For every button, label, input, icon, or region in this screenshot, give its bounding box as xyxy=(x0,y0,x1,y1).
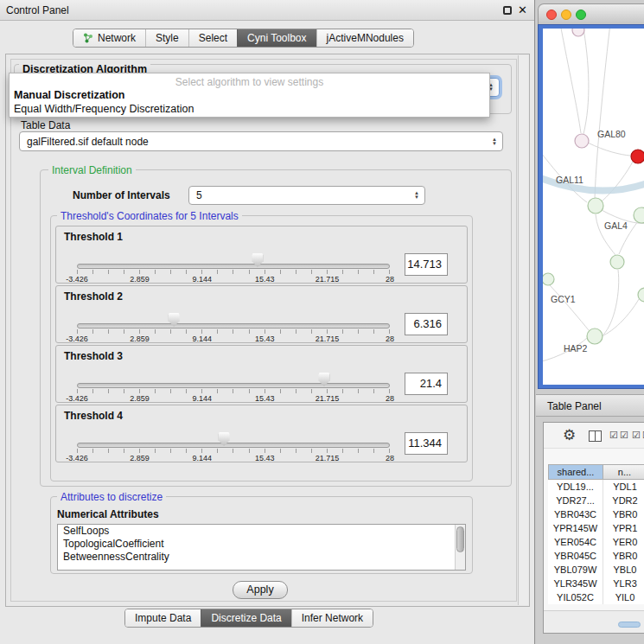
threshold-panel: Threshold 2 -3.4262.8599.14415.4321.7152… xyxy=(55,285,468,343)
threshold-slider[interactable]: -3.4262.8599.14415.4321.71528 xyxy=(77,309,390,343)
dropdown-option-manual-discretization[interactable]: Manual Discretization xyxy=(14,89,125,101)
scale-label: 21.715 xyxy=(316,394,340,403)
number-of-intervals-combobox[interactable]: 5 ▲▼ xyxy=(188,186,425,205)
tab-infer-network[interactable]: Infer Network xyxy=(291,609,373,627)
attribute-list-item[interactable]: SelfLoops xyxy=(58,525,465,538)
network-edge xyxy=(560,29,581,133)
deselect-checkbox-icon[interactable]: ☑ xyxy=(632,430,641,441)
list-scrollbar-thumb[interactable] xyxy=(456,526,464,552)
network-node-label: GAL11 xyxy=(556,175,583,185)
tab-select[interactable]: Select xyxy=(188,29,237,47)
threshold-slider[interactable]: -3.4262.8599.14415.4321.71528 xyxy=(77,428,390,462)
network-node[interactable] xyxy=(588,198,603,214)
table-row[interactable]: YIL052CYIL0 xyxy=(548,590,644,604)
scale-label: -3.426 xyxy=(66,275,88,284)
table-row[interactable]: YDR27...YDR2 xyxy=(548,494,644,507)
attribute-list-item[interactable]: TopologicalCoefficient xyxy=(58,538,465,551)
slider-track[interactable] xyxy=(77,264,390,269)
horizontal-scrollbar-thumb[interactable] xyxy=(618,622,641,628)
scale-label: 21.715 xyxy=(316,335,340,343)
network-node-label: HAP2 xyxy=(564,343,588,354)
float-window-icon[interactable] xyxy=(503,6,512,15)
zoom-traffic-light-icon[interactable] xyxy=(576,10,586,20)
network-node[interactable] xyxy=(587,328,603,344)
column-header-name[interactable]: n... xyxy=(603,464,644,480)
combo-stepper-icon: ▲▼ xyxy=(492,137,497,146)
tab-impute-data[interactable]: Impute Data xyxy=(125,609,201,627)
table-row[interactable]: YBL079WYBL0 xyxy=(548,563,644,577)
select-all-checkbox-icon[interactable]: ☑ xyxy=(620,430,628,441)
network-node[interactable] xyxy=(634,207,644,223)
tab-label: Impute Data xyxy=(135,612,191,624)
attribute-list-item[interactable]: BetweennessCentrality xyxy=(58,551,465,564)
threshold-value-field[interactable]: 14.713 xyxy=(405,253,448,276)
table-header-row: shared... n... xyxy=(548,464,644,480)
network-edge xyxy=(550,285,589,330)
scale-label: 9.144 xyxy=(193,454,213,462)
table-row[interactable]: YBR043CYBR0 xyxy=(548,507,644,521)
tab-style[interactable]: Style xyxy=(145,29,188,47)
numerical-attributes-label: Numerical Attributes xyxy=(57,508,159,520)
tab-network[interactable]: Network xyxy=(73,29,145,47)
list-scrollbar[interactable] xyxy=(455,525,465,570)
network-node[interactable] xyxy=(575,134,589,148)
table-row[interactable]: YDL19...YDL1 xyxy=(548,480,644,494)
network-canvas[interactable]: GAL80GAL11GAL4GCY1HAP2 xyxy=(543,29,644,385)
vertical-scrollbar[interactable] xyxy=(518,55,528,605)
tab-cyni-toolbox[interactable]: Cyni Toolbox xyxy=(237,29,316,47)
columns-icon[interactable] xyxy=(589,430,602,442)
table-panel-header[interactable]: Table Panel xyxy=(536,394,644,417)
table-row[interactable]: YBR045CYBR0 xyxy=(548,549,644,563)
slider-track[interactable] xyxy=(77,323,390,328)
network-node-highlighted[interactable] xyxy=(631,150,644,163)
threshold-value-field[interactable]: 21.4 xyxy=(405,373,448,395)
network-window-titlebar[interactable] xyxy=(538,3,644,24)
slider-track[interactable] xyxy=(77,443,390,448)
scale-label: 9.144 xyxy=(193,335,213,343)
network-node[interactable] xyxy=(610,255,624,269)
close-traffic-light-icon[interactable] xyxy=(546,10,557,20)
table-row[interactable]: YPR145WYPR1 xyxy=(548,521,644,535)
node-table: shared... n... YDL19...YDL1YDR27...YDR2Y… xyxy=(548,464,644,604)
control-panel-titlebar[interactable]: Control Panel ✕ xyxy=(0,0,534,21)
tab-label: Network xyxy=(98,32,136,44)
slider-ticks xyxy=(77,270,390,274)
network-node[interactable] xyxy=(572,29,584,36)
apply-button[interactable]: Apply xyxy=(233,581,288,599)
network-node-label: GAL4 xyxy=(604,220,628,231)
table-toolbar: ⚙ ☑ ☑ ☑ ☑ xyxy=(544,423,644,449)
threshold-slider[interactable]: -3.4262.8599.14415.4321.71528 xyxy=(77,368,390,403)
network-edge xyxy=(583,29,589,134)
numerical-attributes-list[interactable]: SelfLoopsTopologicalCoefficientBetweenne… xyxy=(57,524,466,571)
table-panel-window: ⚙ ☑ ☑ ☑ ☑ shared... n... YDL19...YDL1YDR… xyxy=(543,422,644,634)
table-row[interactable]: YER054CYER0 xyxy=(548,535,644,549)
scale-label: -3.426 xyxy=(66,394,88,403)
table-cell-name: YDR2 xyxy=(603,494,644,507)
interval-definition-title: Interval Definition xyxy=(48,164,136,176)
tab-jactivemnodules[interactable]: jActiveMNodules xyxy=(316,29,413,47)
threshold-panel: Threshold 3 -3.4262.8599.14415.4321.7152… xyxy=(55,345,468,403)
scale-label: 15.43 xyxy=(255,394,275,403)
select-all-checkbox-icon[interactable]: ☑ xyxy=(609,430,618,441)
column-header-shared-name[interactable]: shared... xyxy=(548,464,603,480)
table-data-combobox[interactable]: galFiltered.sif default node ▲▼ xyxy=(19,131,503,151)
scale-label: 15.43 xyxy=(255,335,275,343)
table-row[interactable]: YLR345WYLR3 xyxy=(548,577,644,590)
minimize-traffic-light-icon[interactable] xyxy=(561,10,571,20)
tab-discretize-data[interactable]: Discretize Data xyxy=(201,609,290,627)
slider-track[interactable] xyxy=(77,383,390,388)
dropdown-option-equal-width-frequency[interactable]: Equal Width/Frequency Discretization xyxy=(14,103,194,115)
slider-scale: -3.4262.8599.14415.4321.71528 xyxy=(77,275,390,284)
network-node-label: GAL80 xyxy=(597,129,626,139)
gear-icon[interactable]: ⚙ xyxy=(563,426,576,444)
threshold-value-field[interactable]: 11.344 xyxy=(405,432,448,455)
threshold-slider[interactable]: -3.4262.8599.14415.4321.71528 xyxy=(77,249,390,284)
threshold-value-field[interactable]: 6.316 xyxy=(405,313,448,335)
network-window-frame: GAL80GAL11GAL4GCY1HAP2 xyxy=(538,24,644,389)
threshold-label: Threshold 4 xyxy=(64,410,123,422)
network-node[interactable] xyxy=(543,273,554,285)
table-cell-name: YBL0 xyxy=(603,563,644,577)
network-edge xyxy=(595,29,610,198)
slider-ticks xyxy=(77,329,390,334)
close-icon[interactable]: ✕ xyxy=(518,3,527,16)
